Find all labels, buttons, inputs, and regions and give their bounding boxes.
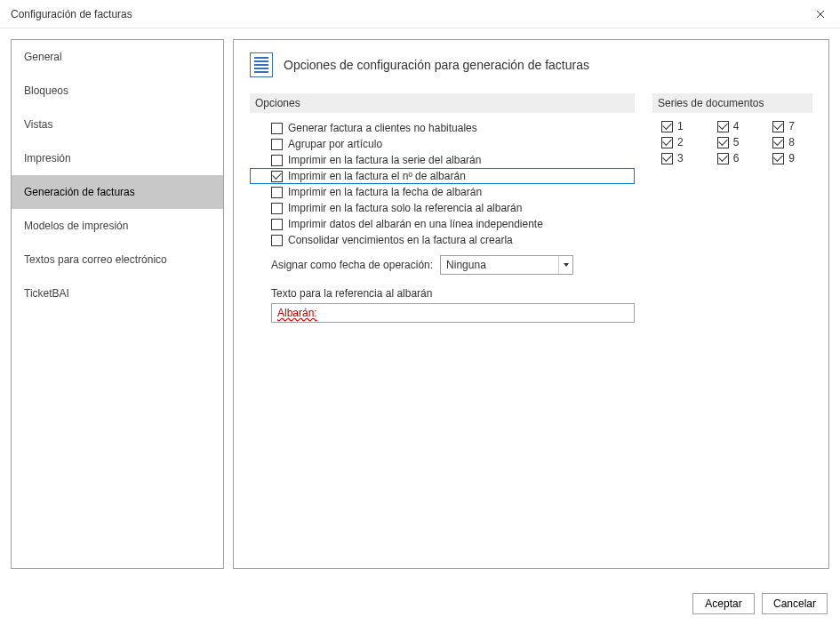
checkbox-agrupar-articulo[interactable]: Agrupar por artículo	[250, 136, 635, 152]
checkbox-imprimir-solo-referencia[interactable]: Imprimir en la factura solo la referenci…	[250, 200, 635, 216]
checkbox-icon	[772, 137, 784, 148]
series-label: 6	[733, 152, 740, 164]
checkbox-icon	[271, 139, 283, 150]
checkbox-consolidar-vencimientos[interactable]: Consolidar vencimientos en la factura al…	[250, 232, 635, 248]
checkbox-icon	[717, 137, 729, 148]
sidebar-item-general[interactable]: General	[12, 40, 223, 74]
chevron-down-icon	[558, 256, 569, 274]
options-header: Opciones	[250, 93, 635, 113]
checkbox-imprimir-serie[interactable]: Imprimir en la factura la serie del alba…	[250, 152, 635, 168]
assign-dropdown[interactable]: Ninguna	[440, 255, 573, 275]
sidebar-item-impresion[interactable]: Impresión	[12, 141, 223, 175]
window-title: Configuración de facturas	[11, 8, 132, 20]
sidebar-item-label: TicketBAI	[24, 287, 69, 300]
checkbox-icon	[271, 219, 283, 230]
series-checkbox-3[interactable]: 3	[661, 152, 701, 164]
series-checkbox-6[interactable]: 6	[717, 152, 757, 164]
checkbox-icon	[772, 153, 784, 164]
sidebar: General Bloqueos Vistas Impresión Genera…	[11, 39, 224, 569]
sidebar-item-label: Bloqueos	[24, 84, 68, 97]
series-label: 4	[733, 120, 740, 132]
close-button[interactable]	[800, 1, 840, 28]
checkbox-imprimir-linea-independiente[interactable]: Imprimir datos del albarán en una línea …	[250, 216, 635, 232]
series-checkbox-4[interactable]: 4	[717, 120, 757, 132]
series-column: Series de documentos 1 4 7 2 5 8 3 6 9	[652, 93, 812, 323]
heading-row: Opciones de configuración para generació…	[250, 52, 812, 77]
assign-row: Asignar como fecha de operación: Ninguna	[250, 248, 635, 275]
document-icon	[250, 52, 273, 77]
series-checkbox-7[interactable]: 7	[772, 120, 812, 132]
series-label: 2	[677, 136, 684, 148]
series-checkbox-5[interactable]: 5	[717, 136, 757, 148]
accept-button[interactable]: Aceptar	[692, 593, 755, 614]
sidebar-item-label: General	[24, 51, 62, 63]
ref-input[interactable]: Albarán:	[271, 303, 635, 323]
checkbox-icon	[271, 123, 283, 134]
checkbox-label: Agrupar por artículo	[288, 138, 382, 150]
checkbox-label: Consolidar vencimientos en la factura al…	[288, 234, 513, 246]
checkbox-label: Imprimir datos del albarán en una línea …	[288, 218, 543, 230]
checkbox-icon	[271, 187, 283, 198]
options-column: Opciones Generar factura a clientes no h…	[250, 93, 635, 323]
series-grid: 1 4 7 2 5 8 3 6 9	[652, 120, 812, 164]
checkbox-icon	[271, 203, 283, 214]
main-panel: Opciones de configuración para generació…	[233, 39, 829, 569]
sidebar-item-label: Generación de facturas	[24, 186, 135, 198]
checkbox-label: Imprimir en la factura la fecha de albar…	[288, 186, 482, 198]
sidebar-item-label: Impresión	[24, 152, 71, 164]
checkbox-icon	[717, 153, 729, 164]
series-checkbox-8[interactable]: 8	[772, 136, 812, 148]
series-checkbox-1[interactable]: 1	[661, 120, 701, 132]
checkbox-label: Imprimir en la factura la serie del alba…	[288, 154, 481, 166]
checkbox-label: Imprimir en la factura el nº de albarán	[288, 170, 466, 182]
sidebar-item-label: Modelos de impresión	[24, 220, 128, 232]
series-checkbox-9[interactable]: 9	[772, 152, 812, 164]
footer: Aceptar Cancelar	[692, 593, 828, 614]
checkbox-icon	[271, 155, 283, 166]
checkbox-label: Generar factura a clientes no habituales	[288, 122, 477, 134]
checkbox-icon	[661, 153, 673, 164]
checkbox-icon	[661, 121, 673, 132]
assign-label: Asignar como fecha de operación:	[271, 259, 433, 271]
dropdown-value: Ninguna	[446, 259, 486, 271]
checkbox-imprimir-fecha[interactable]: Imprimir en la factura la fecha de albar…	[250, 184, 635, 200]
close-icon	[816, 10, 825, 19]
checkbox-icon	[772, 121, 784, 132]
sidebar-item-label: Vistas	[24, 118, 52, 131]
series-label: 8	[788, 136, 795, 148]
series-label: 7	[788, 120, 795, 132]
content: General Bloqueos Vistas Impresión Genera…	[0, 28, 840, 580]
series-checkbox-2[interactable]: 2	[661, 136, 701, 148]
checkbox-icon	[271, 171, 283, 182]
checkbox-label: Imprimir en la factura solo la referenci…	[288, 202, 522, 214]
checkbox-imprimir-numero-albaran[interactable]: Imprimir en la factura el nº de albarán	[250, 168, 635, 184]
series-header: Series de documentos	[652, 93, 812, 113]
checkbox-icon	[271, 235, 283, 246]
checkbox-icon	[717, 121, 729, 132]
sidebar-item-ticketbai[interactable]: TicketBAI	[12, 276, 223, 310]
checkbox-icon	[661, 137, 673, 148]
sidebar-item-label: Textos para correo electrónico	[24, 253, 167, 266]
columns: Opciones Generar factura a clientes no h…	[250, 93, 812, 323]
titlebar: Configuración de facturas	[0, 0, 840, 28]
sidebar-item-vistas[interactable]: Vistas	[12, 108, 223, 141]
checkbox-generar-factura[interactable]: Generar factura a clientes no habituales	[250, 120, 635, 136]
series-label: 5	[733, 136, 740, 148]
sidebar-item-modelos-impresion[interactable]: Modelos de impresión	[12, 209, 223, 243]
sidebar-item-bloqueos[interactable]: Bloqueos	[12, 74, 223, 108]
sidebar-item-textos-correo[interactable]: Textos para correo electrónico	[12, 243, 223, 276]
series-label: 1	[677, 120, 684, 132]
ref-input-value: Albarán:	[277, 307, 317, 319]
series-label: 3	[677, 152, 684, 164]
series-label: 9	[788, 152, 795, 164]
cancel-button[interactable]: Cancelar	[762, 593, 828, 614]
page-title: Opciones de configuración para generació…	[284, 58, 589, 72]
ref-label: Texto para la referencia al albarán	[250, 275, 635, 303]
sidebar-item-generacion-facturas[interactable]: Generación de facturas	[12, 175, 223, 209]
